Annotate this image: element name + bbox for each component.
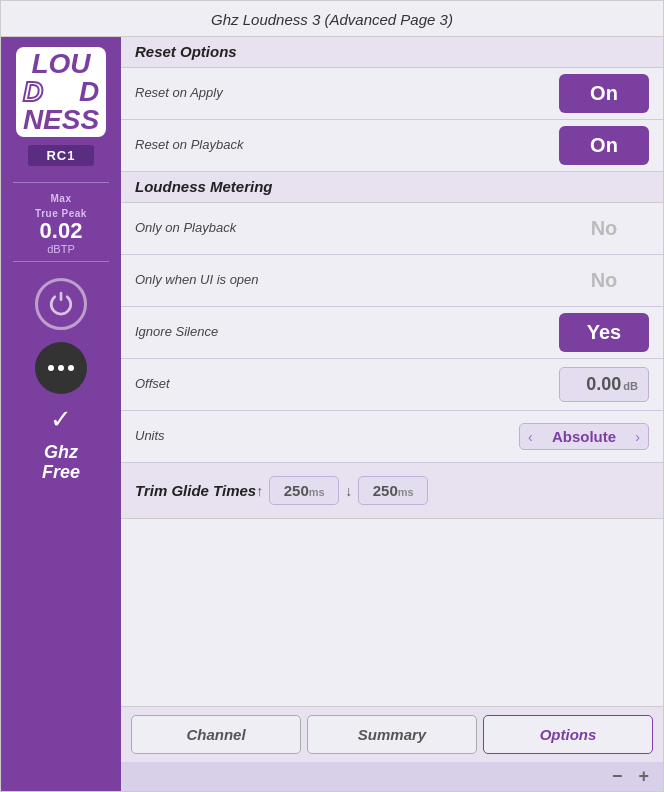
- checkmark-icon[interactable]: ✓: [50, 404, 72, 435]
- units-arrow-left[interactable]: ‹: [528, 429, 533, 445]
- offset-value: 0.00: [586, 374, 621, 395]
- offset-unit: dB: [623, 380, 638, 392]
- reset-options-title: Reset Options: [135, 43, 237, 60]
- loudness-metering-title: Loudness Metering: [135, 178, 273, 195]
- trim-up-arrow: ↑: [256, 483, 263, 499]
- logo-d: D: [23, 78, 43, 106]
- only-on-playback-label: Only on Playback: [135, 220, 559, 237]
- page-title: Ghz Loudness 3 (Advanced Page 3): [211, 11, 453, 28]
- logo-lou: LOU: [31, 50, 90, 78]
- tab-summary[interactable]: Summary: [307, 715, 477, 754]
- rows-container: Reset Options Reset on Apply On Reset on…: [121, 37, 663, 706]
- max-label: Max: [35, 193, 87, 204]
- more-button[interactable]: [35, 342, 87, 394]
- ignore-silence-button[interactable]: Yes: [559, 313, 649, 352]
- logo-d2: D: [79, 78, 99, 106]
- ignore-silence-row: Ignore Silence Yes: [121, 307, 663, 359]
- loudness-metering-header: Loudness Metering: [121, 172, 663, 203]
- content-area: Reset Options Reset on Apply On Reset on…: [121, 37, 663, 791]
- only-on-playback-button[interactable]: No: [559, 209, 649, 248]
- offset-field[interactable]: 0.00 dB: [559, 367, 649, 402]
- only-when-ui-open-button[interactable]: No: [559, 261, 649, 300]
- offset-row: Offset 0.00 dB: [121, 359, 663, 411]
- app-container: Ghz Loudness 3 (Advanced Page 3) LOU D D…: [0, 0, 664, 792]
- trim-down-arrow: ↓: [345, 483, 352, 499]
- only-when-ui-open-label: Only when UI is open: [135, 272, 559, 289]
- tab-channel[interactable]: Channel: [131, 715, 301, 754]
- ignore-silence-label: Ignore Silence: [135, 324, 559, 341]
- units-arrow-right[interactable]: ›: [635, 429, 640, 445]
- reset-on-playback-row: Reset on Playback On: [121, 120, 663, 172]
- true-peak-unit: dBTP: [35, 243, 87, 255]
- units-selector[interactable]: ‹ Absolute ›: [519, 423, 649, 450]
- reset-on-apply-button[interactable]: On: [559, 74, 649, 113]
- units-label: Units: [135, 428, 519, 445]
- units-row: Units ‹ Absolute ›: [121, 411, 663, 463]
- reset-on-playback-button[interactable]: On: [559, 126, 649, 165]
- trim-up-input[interactable]: 250ms: [269, 476, 339, 505]
- rc1-badge: RC1: [28, 145, 93, 166]
- reset-on-apply-label: Reset on Apply: [135, 85, 559, 102]
- sidebar: LOU D D NESS RC1 Max Tru: [1, 37, 121, 791]
- max-true-peak-section: Max True Peak 0.02 dBTP: [35, 189, 87, 255]
- offset-label: Offset: [135, 376, 559, 393]
- reset-on-playback-label: Reset on Playback: [135, 137, 559, 154]
- true-peak-value: 0.02: [35, 219, 87, 243]
- bottom-tabs: Channel Summary Options: [121, 706, 663, 762]
- logo-ness: NESS: [23, 106, 99, 134]
- trim-controls: ↑ 250ms ↓ 250ms: [256, 476, 649, 505]
- only-on-playback-row: Only on Playback No: [121, 203, 663, 255]
- trim-glide-title: Trim Glide Times: [135, 482, 256, 499]
- dots-icon: [48, 365, 74, 371]
- trim-glide-label-col: Trim Glide Times: [135, 482, 256, 500]
- plus-button[interactable]: +: [634, 766, 653, 787]
- trim-glide-section: Trim Glide Times ↑ 250ms ↓ 250ms: [121, 463, 663, 519]
- power-icon: [48, 291, 74, 317]
- sidebar-divider: [13, 182, 109, 183]
- reset-options-header: Reset Options: [121, 37, 663, 68]
- trim-down-unit: ms: [398, 486, 414, 498]
- power-button[interactable]: [35, 278, 87, 330]
- main-layout: LOU D D NESS RC1 Max Tru: [1, 37, 663, 791]
- bottom-bar: − +: [121, 762, 663, 791]
- trim-down-input[interactable]: 250ms: [358, 476, 428, 505]
- ghz-free-label: GhzFree: [42, 443, 80, 483]
- logo-container: LOU D D NESS: [16, 47, 106, 137]
- units-value: Absolute: [552, 428, 616, 445]
- reset-on-apply-row: Reset on Apply On: [121, 68, 663, 120]
- only-when-ui-open-row: Only when UI is open No: [121, 255, 663, 307]
- title-bar: Ghz Loudness 3 (Advanced Page 3): [1, 1, 663, 37]
- trim-up-unit: ms: [309, 486, 325, 498]
- logo: LOU D D NESS: [23, 50, 99, 134]
- sidebar-divider2: [13, 261, 109, 262]
- tab-options[interactable]: Options: [483, 715, 653, 754]
- minus-button[interactable]: −: [608, 766, 627, 787]
